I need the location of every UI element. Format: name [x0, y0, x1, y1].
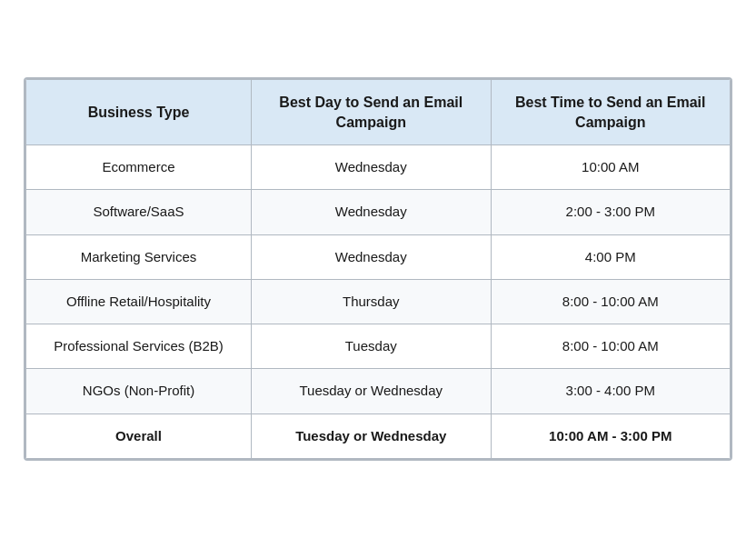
table-row: Offline Retail/HospitalityThursday8:00 -…	[26, 279, 731, 324]
cell-best-time: 8:00 - 10:00 AM	[491, 324, 731, 369]
header-business-type: Business Type	[26, 80, 252, 145]
table-row: Professional Services (B2B)Tuesday8:00 -…	[26, 324, 731, 369]
table-row: NGOs (Non-Profit)Tuesday or Wednesday3:0…	[26, 369, 731, 413]
cell-business-type: Offline Retail/Hospitality	[26, 279, 252, 324]
cell-best-day: Wednesday	[252, 145, 492, 190]
table-row: Software/SaaSWednesday2:00 - 3:00 PM	[26, 190, 731, 234]
cell-business-type: NGOs (Non-Profit)	[26, 369, 252, 413]
cell-best-time: 3:00 - 4:00 PM	[491, 369, 731, 413]
cell-best-day: Tuesday or Wednesday	[252, 369, 492, 413]
cell-best-time: 8:00 - 10:00 AM	[491, 279, 731, 324]
cell-business-type: Overall	[26, 413, 252, 458]
table-header-row: Business Type Best Day to Send an Email …	[26, 80, 731, 145]
cell-best-day: Tuesday	[252, 324, 492, 369]
cell-business-type: Ecommerce	[26, 145, 252, 190]
cell-best-day: Tuesday or Wednesday	[252, 413, 492, 458]
cell-best-time: 10:00 AM - 3:00 PM	[491, 413, 731, 458]
cell-best-time: 2:00 - 3:00 PM	[491, 190, 731, 234]
email-campaign-table: Business Type Best Day to Send an Email …	[24, 77, 732, 461]
cell-best-day: Wednesday	[252, 234, 492, 279]
header-best-day: Best Day to Send an Email Campaign	[252, 80, 492, 145]
table-row: OverallTuesday or Wednesday10:00 AM - 3:…	[26, 413, 731, 458]
table-row: Marketing ServicesWednesday4:00 PM	[26, 234, 731, 279]
cell-best-time: 10:00 AM	[491, 145, 731, 190]
cell-business-type: Software/SaaS	[26, 190, 252, 234]
cell-business-type: Marketing Services	[26, 234, 252, 279]
cell-best-day: Thursday	[252, 279, 492, 324]
cell-business-type: Professional Services (B2B)	[26, 324, 252, 369]
cell-best-day: Wednesday	[252, 190, 492, 234]
header-best-time: Best Time to Send an Email Campaign	[491, 80, 731, 145]
cell-best-time: 4:00 PM	[491, 234, 731, 279]
table-row: EcommerceWednesday10:00 AM	[26, 145, 731, 190]
